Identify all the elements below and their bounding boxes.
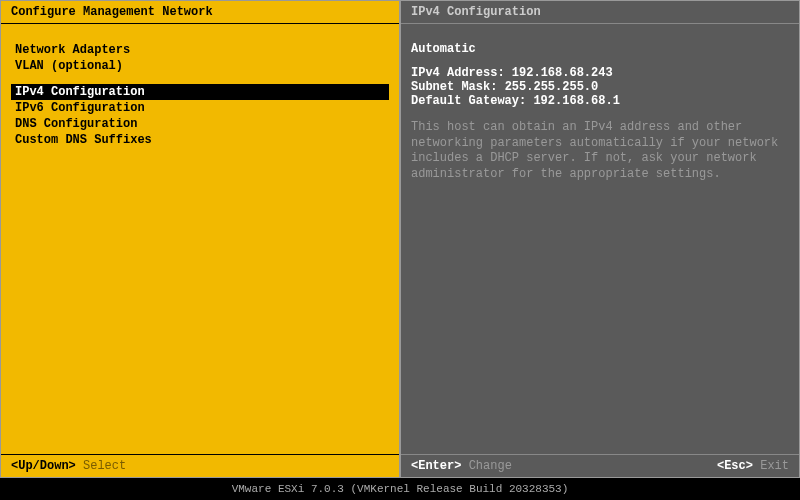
hint-updown-key: <Up/Down>	[11, 459, 76, 473]
ipv4-address-label: IPv4 Address:	[411, 66, 505, 80]
left-panel: Configure Management Network Network Ada…	[0, 0, 400, 478]
right-panel-title: IPv4 Configuration	[401, 1, 799, 24]
ipv4-address-value: 192.168.68.243	[512, 66, 613, 80]
right-footer: <Enter> Change <Esc> Exit	[401, 454, 799, 477]
hint-change-label: Change	[469, 459, 512, 473]
right-panel: IPv4 Configuration Automatic IPv4 Addres…	[400, 0, 800, 478]
menu-item-dns-configuration[interactable]: DNS Configuration	[11, 116, 389, 132]
subnet-mask-label: Subnet Mask:	[411, 80, 497, 94]
left-footer: <Up/Down> Select	[1, 454, 399, 477]
menu-item-vlan[interactable]: VLAN (optional)	[11, 58, 389, 74]
subnet-mask-value: 255.255.255.0	[505, 80, 599, 94]
menu-item-custom-dns-suffixes[interactable]: Custom DNS Suffixes	[11, 132, 389, 148]
hint-esc-key: <Esc>	[717, 459, 753, 473]
default-gateway-value: 192.168.68.1	[533, 94, 619, 108]
menu-list: Network Adapters VLAN (optional) IPv4 Co…	[1, 24, 399, 454]
status-bar: VMware ESXi 7.0.3 (VMKernel Release Buil…	[0, 480, 800, 500]
left-panel-title: Configure Management Network	[1, 1, 399, 24]
menu-item-ipv4-configuration[interactable]: IPv4 Configuration	[11, 84, 389, 100]
hint-enter-key: <Enter>	[411, 459, 461, 473]
detail-body: Automatic IPv4 Address: 192.168.68.243 S…	[401, 24, 799, 454]
menu-item-network-adapters[interactable]: Network Adapters	[11, 42, 389, 58]
default-gateway-label: Default Gateway:	[411, 94, 526, 108]
description-text: This host can obtain an IPv4 address and…	[411, 120, 789, 182]
menu-item-ipv6-configuration[interactable]: IPv6 Configuration	[11, 100, 389, 116]
hint-exit-label: Exit	[760, 459, 789, 473]
hint-select-label: Select	[83, 459, 126, 473]
config-mode: Automatic	[411, 42, 789, 56]
